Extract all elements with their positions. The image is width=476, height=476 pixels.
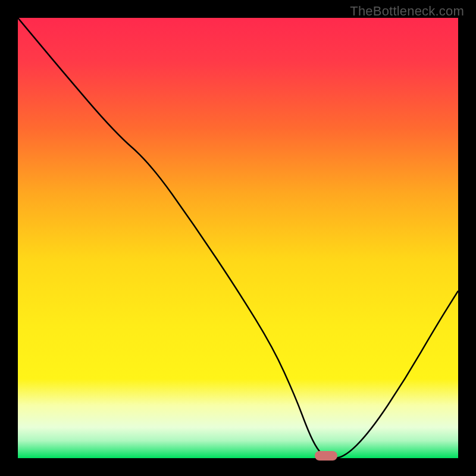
optimal-marker bbox=[315, 451, 337, 461]
bottleneck-curve bbox=[18, 18, 458, 458]
watermark-text: TheBottleneck.com bbox=[350, 4, 464, 19]
chart-plot-area bbox=[18, 18, 458, 458]
